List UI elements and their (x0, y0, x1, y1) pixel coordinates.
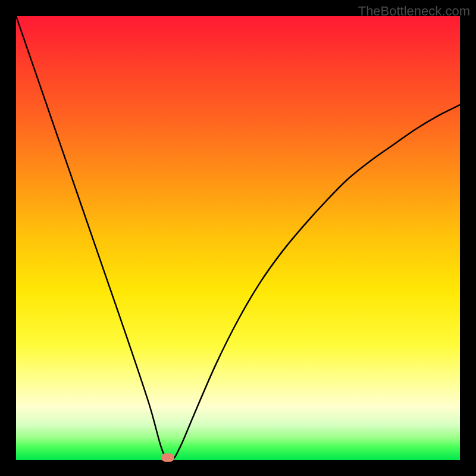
bottleneck-curve (16, 16, 460, 460)
optimum-marker (161, 453, 174, 462)
chart-container: TheBottleneck.com (0, 0, 476, 476)
attribution-text: TheBottleneck.com (358, 4, 470, 19)
plot-area (16, 16, 460, 460)
